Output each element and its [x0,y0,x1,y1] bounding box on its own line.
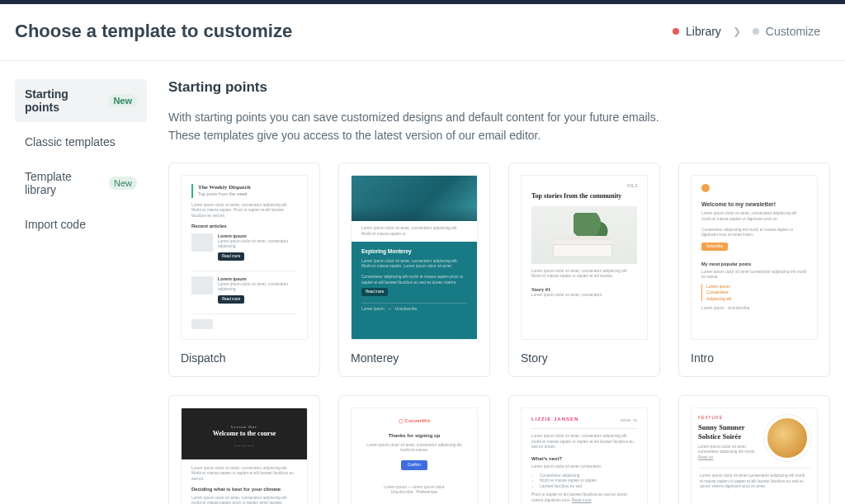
template-thumbnail: Lorem ipsum dolor sit amet, consectetur … [351,175,478,340]
page-title: Choose a template to customize [15,21,292,42]
sidebar-item-starting-points[interactable]: Starting points New [15,79,147,122]
section-title: Starting points [168,79,830,96]
template-thumbnail: VOL 3 Top stories from the community Lor… [521,175,648,340]
page-header: Choose a template to customize Library ❯… [0,4,845,61]
step-label: Customize [766,25,820,38]
sidebar-item-template-library[interactable]: Template library New [15,162,147,205]
template-grid: The Weekly Dispatch Top posts from the w… [168,163,830,377]
template-card-update[interactable]: LIZZIE JANSEN ISSUE · 04 Lorem ipsum dol… [508,395,660,504]
main-content: Starting points With starting points you… [168,79,830,504]
sidebar-item-label: Import code [25,218,86,231]
new-badge: New [109,177,137,190]
template-card-monterey[interactable]: Lorem ipsum dolor sit amet, consectetur … [338,163,490,377]
template-name: Monterey [351,351,478,365]
sidebar: Starting points New Classic templates Te… [15,79,147,504]
template-card-story[interactable]: VOL 3 Top stories from the community Lor… [508,163,660,377]
template-thumbnail: Welcome to my newsletter! Lorem ipsum do… [691,175,818,340]
template-thumbnail: LIZZIE JANSEN ISSUE · 04 Lorem ipsum dol… [521,407,648,504]
template-name: Intro [691,351,818,365]
template-thumbnail: The Weekly Dispatch Top posts from the w… [181,175,308,340]
step-label: Library [686,25,721,38]
sidebar-item-label: Classic templates [25,135,116,148]
chevron-right-icon: ❯ [733,26,741,37]
sidebar-item-label: Starting points [25,87,101,114]
template-grid-row2: Lesson One Welcome to the course · · · ·… [168,395,830,504]
template-card-receipt[interactable]: ConvertKit Thanks for signing up Lorem i… [338,395,490,504]
sidebar-item-classic-templates[interactable]: Classic templates [15,127,147,157]
wizard-steps: Library ❯ Customize [673,25,820,38]
template-name: Story [521,351,648,365]
step-dot-icon [673,28,679,35]
sidebar-item-label: Template library [25,170,102,196]
new-badge: New [108,94,137,107]
template-thumbnail: ConvertKit Thanks for signing up Lorem i… [351,407,478,504]
step-customize[interactable]: Customize [753,25,820,38]
template-name: Dispatch [181,351,308,365]
croissant-image-icon [764,415,810,461]
template-thumbnail: Lesson One Welcome to the course · · · ·… [181,407,308,504]
template-thumbnail: FEATURE Sunny Summer Solstice Soirée Lor… [691,407,818,504]
sidebar-item-import-code[interactable]: Import code [15,210,147,239]
template-card-course[interactable]: Lesson One Welcome to the course · · · ·… [168,395,320,504]
template-card-intro[interactable]: Welcome to my newsletter! Lorem ipsum do… [678,163,830,377]
section-description: With starting points you can save custom… [168,109,830,144]
step-library[interactable]: Library [673,25,721,38]
template-card-dispatch[interactable]: The Weekly Dispatch Top posts from the w… [168,163,320,377]
template-card-soiree[interactable]: FEATURE Sunny Summer Solstice Soirée Lor… [678,395,830,504]
step-dot-icon [753,28,759,35]
